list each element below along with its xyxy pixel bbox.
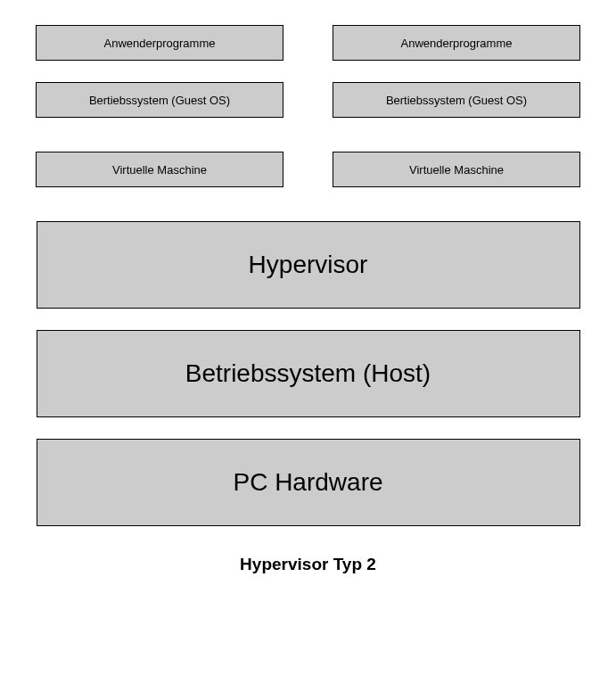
- vm-left-apps-box: Anwenderprogramme: [36, 25, 283, 61]
- vm-row-guest-os: Bertiebssystem (Guest OS) Bertiebssystem…: [36, 82, 580, 118]
- vm-right-guest-os-label: Bertiebssystem (Guest OS): [386, 94, 527, 107]
- diagram-caption-text: Hypervisor Typ 2: [240, 555, 376, 573]
- hardware-layer-box: PC Hardware: [37, 439, 580, 526]
- diagram-container: Anwenderprogramme Anwenderprogramme Bert…: [0, 0, 616, 574]
- vm-right-guest-os-box: Bertiebssystem (Guest OS): [333, 82, 580, 118]
- vm-left-guest-os-box: Bertiebssystem (Guest OS): [36, 82, 283, 118]
- vm-right-virtual-machine-box: Virtuelle Maschine: [333, 152, 580, 187]
- vm-left-guest-os-label: Bertiebssystem (Guest OS): [89, 94, 230, 107]
- host-os-layer-label: Betriebssystem (Host): [185, 359, 431, 388]
- vm-left-virtual-machine-label: Virtuelle Maschine: [112, 163, 207, 177]
- vm-right-virtual-machine-label: Virtuelle Maschine: [409, 163, 504, 177]
- vm-left-apps-label: Anwenderprogramme: [103, 37, 215, 50]
- vm-right-apps-box: Anwenderprogramme: [333, 25, 580, 61]
- hypervisor-layer-box: Hypervisor: [37, 221, 580, 309]
- diagram-caption: Hypervisor Typ 2: [240, 555, 376, 574]
- vm-row-apps: Anwenderprogramme Anwenderprogramme: [36, 25, 580, 61]
- hardware-layer-label: PC Hardware: [233, 468, 382, 497]
- host-os-layer-box: Betriebssystem (Host): [37, 330, 580, 417]
- vm-left-virtual-machine-box: Virtuelle Maschine: [36, 152, 283, 187]
- hypervisor-layer-label: Hypervisor: [249, 251, 368, 279]
- vm-row-virtual-machine: Virtuelle Maschine Virtuelle Maschine: [36, 152, 580, 187]
- vm-right-apps-label: Anwenderprogramme: [400, 37, 512, 50]
